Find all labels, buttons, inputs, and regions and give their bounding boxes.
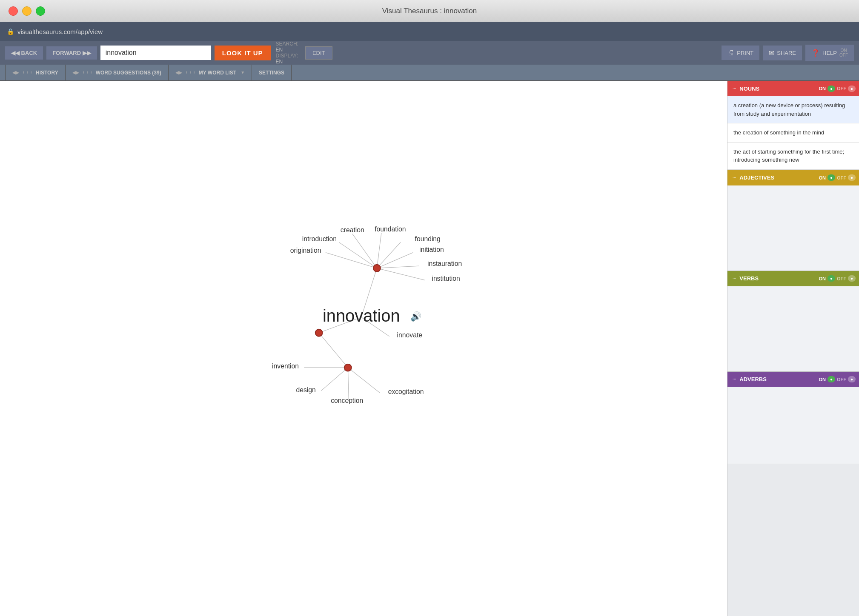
- verbs-on-button[interactable]: ●: [828, 275, 835, 282]
- share-button[interactable]: ✉ SHARE: [763, 46, 802, 60]
- edit-button[interactable]: EDIT: [305, 46, 332, 60]
- svg-text:foundation: foundation: [375, 225, 406, 233]
- svg-text:origination: origination: [290, 247, 321, 254]
- svg-point-16: [373, 265, 381, 272]
- wl-dropdown[interactable]: ▼: [241, 70, 245, 75]
- settings-item[interactable]: SETTINGS: [252, 65, 292, 80]
- svg-line-0: [352, 234, 377, 268]
- verbs-empty: [727, 286, 859, 371]
- word-suggestions-item[interactable]: ◀▶ ⋮⋮⋮ WORD SUGGESTIONS (39): [66, 65, 169, 80]
- adverbs-header: ··· ADVERBS ON ● OFF ●: [727, 372, 859, 387]
- secondary-toolbar: ◀▶ ⋮⋮⋮ HISTORY ◀▶ ⋮⋮⋮ WORD SUGGESTIONS (…: [0, 65, 859, 81]
- svg-text:initiation: initiation: [419, 246, 444, 253]
- history-dots: ⋮⋮⋮: [22, 71, 33, 74]
- adverbs-label: ADVERBS: [739, 376, 767, 382]
- svg-text:institution: institution: [432, 275, 460, 282]
- close-button[interactable]: [9, 6, 18, 16]
- nouns-toggle: ON ● OFF ●: [819, 86, 856, 92]
- adj-off-button[interactable]: ●: [848, 174, 856, 181]
- maximize-button[interactable]: [36, 6, 45, 16]
- back-button[interactable]: ◀◀ BACK: [5, 46, 43, 60]
- svg-text:innovation: innovation: [323, 306, 400, 325]
- svg-text:founding: founding: [415, 235, 441, 242]
- my-word-list-item[interactable]: ◀▶ ⋮⋮⋮ MY WORD LIST ▼: [169, 65, 252, 80]
- svg-line-14: [348, 368, 380, 393]
- svg-line-2: [339, 242, 377, 268]
- verbs-toggle: ON ● OFF ●: [819, 275, 856, 282]
- forward-button[interactable]: FORWARD ▶▶: [46, 46, 97, 60]
- help-icon: ❓: [811, 49, 820, 57]
- svg-text:instauration: instauration: [427, 260, 462, 267]
- svg-line-3: [377, 242, 401, 268]
- svg-text:creation: creation: [341, 226, 364, 234]
- adverbs-empty: [727, 387, 859, 464]
- minimize-button[interactable]: [22, 6, 31, 16]
- verbs-section: ··· VERBS ON ● OFF ●: [727, 271, 859, 372]
- noun-definition-2[interactable]: the creation of something in the mind: [727, 123, 859, 143]
- history-arrows: ◀▶: [12, 70, 19, 75]
- svg-line-13: [321, 368, 348, 391]
- address-text: visualthesaurus.com/app/view: [17, 28, 103, 35]
- adverbs-toggle: ON ● OFF ●: [819, 376, 856, 382]
- svg-line-5: [377, 253, 413, 268]
- nouns-on-button[interactable]: ●: [828, 86, 835, 92]
- svg-line-1: [377, 233, 381, 268]
- ws-dots: ⋮⋮⋮: [82, 71, 93, 74]
- noun-definition-1[interactable]: a creation (a new device or process) res…: [727, 96, 859, 123]
- graph-svg: creation foundation introduction foundin…: [0, 81, 727, 616]
- adjectives-label: ADJECTIVES: [739, 174, 774, 181]
- wl-dots: ⋮⋮⋮: [185, 71, 196, 74]
- adjectives-section: ··· ADJECTIVES ON ● OFF ●: [727, 170, 859, 271]
- svg-text:innovate: innovate: [397, 331, 423, 339]
- adverbs-on-button[interactable]: ●: [828, 376, 835, 382]
- svg-text:🔊: 🔊: [410, 311, 422, 322]
- nouns-section: ··· NOUNS ON ● OFF ● a creation (a new d…: [727, 81, 859, 170]
- verbs-off-button[interactable]: ●: [848, 275, 856, 282]
- verbs-label: VERBS: [739, 275, 759, 282]
- svg-text:excogitation: excogitation: [388, 388, 424, 395]
- verbs-header: ··· VERBS ON ● OFF ●: [727, 271, 859, 286]
- adj-on-button[interactable]: ●: [828, 174, 835, 181]
- adverbs-section: ··· ADVERBS ON ● OFF ●: [727, 372, 859, 464]
- adverbs-off-button[interactable]: ●: [848, 376, 856, 382]
- search-display: SEARCH: EN DISPLAY: EN: [276, 41, 298, 65]
- svg-text:conception: conception: [331, 397, 363, 404]
- lock-icon: 🔒: [7, 28, 14, 35]
- svg-point-18: [344, 364, 352, 371]
- nouns-header: ··· NOUNS ON ● OFF ●: [727, 81, 859, 96]
- main-layout: creation foundation introduction foundin…: [0, 81, 859, 616]
- toolbar: ◀◀ BACK FORWARD ▶▶ LOOK IT UP SEARCH: EN…: [0, 41, 859, 65]
- help-button[interactable]: ❓ HELP ONOFF: [805, 45, 854, 61]
- svg-line-6: [377, 266, 419, 268]
- svg-text:design: design: [296, 386, 316, 394]
- adjectives-empty: [727, 185, 859, 271]
- graph-canvas[interactable]: creation foundation introduction foundin…: [0, 81, 727, 616]
- svg-line-4: [326, 253, 377, 268]
- traffic-lights: [9, 6, 45, 16]
- adjectives-header: ··· ADJECTIVES ON ● OFF ●: [727, 170, 859, 185]
- svg-text:invention: invention: [272, 362, 299, 370]
- right-panel: ··· NOUNS ON ● OFF ● a creation (a new d…: [727, 81, 859, 616]
- ws-arrows: ◀▶: [72, 70, 79, 75]
- svg-point-17: [315, 329, 323, 337]
- lookup-button[interactable]: LOOK IT UP: [215, 46, 271, 60]
- search-input[interactable]: [100, 46, 211, 60]
- adjectives-toggle: ON ● OFF ●: [819, 174, 856, 181]
- share-icon: ✉: [769, 49, 774, 57]
- noun-definition-3[interactable]: the act of starting something for the fi…: [727, 143, 859, 170]
- title-bar: Visual Thesaurus : innovation: [0, 0, 859, 22]
- print-button[interactable]: 🖨 PRINT: [722, 46, 759, 60]
- svg-text:introduction: introduction: [302, 235, 337, 242]
- history-item[interactable]: ◀▶ ⋮⋮⋮ HISTORY: [5, 65, 66, 80]
- window-title: Visual Thesaurus : innovation: [382, 7, 477, 15]
- address-bar: 🔒 visualthesaurus.com/app/view: [0, 22, 859, 41]
- svg-line-7: [377, 268, 425, 280]
- svg-line-11: [319, 333, 348, 368]
- wl-arrows: ◀▶: [175, 70, 182, 75]
- svg-line-15: [348, 368, 349, 401]
- nouns-label: NOUNS: [739, 86, 759, 92]
- nouns-off-button[interactable]: ●: [848, 86, 856, 92]
- print-icon: 🖨: [727, 49, 734, 57]
